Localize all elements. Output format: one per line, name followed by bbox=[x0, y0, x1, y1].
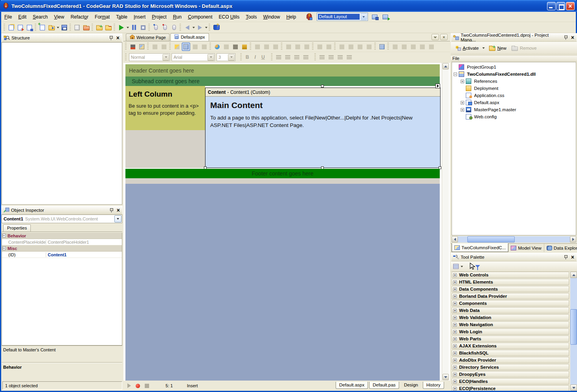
open-file-icon[interactable] bbox=[16, 23, 25, 32]
tree-item-default-aspx[interactable]: +Default.aspx bbox=[452, 99, 576, 106]
expand-icon[interactable]: + bbox=[453, 344, 457, 348]
menu-item-help[interactable]: Help bbox=[283, 13, 299, 21]
menu-item-run[interactable]: Run bbox=[170, 13, 185, 21]
close-button[interactable] bbox=[566, 2, 575, 10]
collapse-icon[interactable]: − bbox=[454, 73, 457, 76]
property-group-row[interactable]: −Misc bbox=[2, 245, 122, 252]
remove-button[interactable]: Remove bbox=[510, 44, 538, 52]
record-icon[interactable] bbox=[136, 384, 140, 388]
scrollbar-thumb[interactable] bbox=[467, 236, 515, 243]
close-panel-icon[interactable]: × bbox=[116, 36, 120, 40]
tree-item-deployment[interactable]: Deployment bbox=[452, 85, 576, 92]
align-center-icon[interactable] bbox=[284, 53, 292, 62]
trace-into-icon[interactable] bbox=[151, 23, 161, 32]
combo-dropdown-icon[interactable] bbox=[114, 215, 121, 222]
design-tool-icon-6-1[interactable] bbox=[325, 43, 333, 51]
open-project-dropdown-icon[interactable] bbox=[56, 23, 60, 32]
menu-item-search[interactable]: Search bbox=[30, 13, 51, 21]
smart-tag-arrow[interactable] bbox=[435, 84, 440, 88]
palette-category-adodbx-provider[interactable]: +AdoDbx Provider bbox=[452, 357, 569, 363]
forward-icon[interactable] bbox=[195, 23, 204, 32]
combo-dropdown-icon[interactable] bbox=[360, 13, 367, 20]
collapse-icon[interactable]: − bbox=[2, 246, 6, 250]
font-size-select[interactable]: 3 bbox=[217, 53, 235, 61]
activate-dropdown-icon[interactable] bbox=[482, 44, 486, 52]
expand-icon[interactable]: + bbox=[453, 287, 457, 291]
menu-item-view[interactable]: View bbox=[51, 13, 67, 21]
close-editor-tab-button[interactable]: × bbox=[440, 34, 448, 40]
menu-item-component[interactable]: Component bbox=[185, 13, 215, 21]
scroll-left-icon[interactable] bbox=[452, 236, 458, 243]
design-tool-icon-3-0[interactable] bbox=[213, 43, 221, 51]
design-tool-icon-6-0[interactable] bbox=[316, 43, 324, 51]
add-to-project-icon[interactable] bbox=[95, 23, 104, 32]
back-icon[interactable] bbox=[183, 23, 192, 32]
expand-icon[interactable]: + bbox=[453, 302, 457, 305]
save-all-icon[interactable] bbox=[60, 23, 69, 32]
design-tool-icon-2-3[interactable] bbox=[200, 43, 208, 51]
menu-item-file[interactable]: File bbox=[1, 13, 15, 21]
expand-icon[interactable]: + bbox=[453, 280, 457, 284]
palette-category-data-components[interactable]: +Data Components bbox=[452, 286, 569, 292]
scroll-down-icon[interactable] bbox=[570, 385, 577, 391]
palette-category-droopyeyes[interactable]: +DroopyEyes bbox=[452, 371, 569, 377]
step-over-icon[interactable] bbox=[161, 23, 170, 32]
align-left-icon[interactable] bbox=[274, 53, 283, 62]
page-body-area[interactable] bbox=[125, 184, 440, 381]
page-footer-band[interactable]: Footer content goes here bbox=[125, 169, 440, 178]
expand-icon[interactable]: + bbox=[453, 330, 457, 334]
close-panel-icon[interactable]: × bbox=[570, 255, 575, 259]
style-select[interactable]: Normal bbox=[129, 53, 170, 61]
expand-icon[interactable]: + bbox=[453, 337, 457, 341]
expand-icon[interactable]: + bbox=[453, 316, 457, 319]
design-tool-icon-9-1[interactable] bbox=[400, 43, 408, 51]
palette-view-button[interactable] bbox=[453, 262, 463, 271]
scroll-up-icon[interactable] bbox=[443, 63, 449, 69]
palette-category-eco-persistence[interactable]: +ECO|Persistence bbox=[452, 385, 569, 391]
property-group-row[interactable]: −Behavior bbox=[2, 233, 122, 239]
palette-category-web-controls[interactable]: +Web Controls bbox=[452, 272, 569, 278]
palette-category-directory-services[interactable]: +Directory Services bbox=[452, 364, 569, 370]
design-tool-icon-7-0[interactable] bbox=[338, 43, 346, 51]
expand-icon[interactable]: + bbox=[461, 101, 464, 105]
design-tool-icon-5-0[interactable] bbox=[284, 43, 293, 51]
program-reset-icon[interactable] bbox=[138, 23, 148, 32]
design-tool-icon-4-0[interactable] bbox=[253, 43, 261, 51]
file-column-header[interactable]: File bbox=[451, 55, 577, 62]
maximize-button[interactable] bbox=[556, 2, 565, 10]
indent-icon[interactable] bbox=[345, 53, 353, 62]
menu-item-insert[interactable]: Insert bbox=[131, 13, 149, 21]
minimize-button[interactable] bbox=[547, 2, 556, 10]
scroll-right-icon[interactable] bbox=[570, 236, 576, 243]
pin-icon[interactable] bbox=[564, 255, 568, 259]
palette-category-blackfishsql[interactable]: +BlackfishSQL bbox=[452, 350, 569, 356]
bold-icon[interactable]: B bbox=[243, 54, 251, 60]
play-icon[interactable] bbox=[127, 383, 131, 388]
close-file-icon[interactable] bbox=[73, 23, 82, 32]
pin-icon[interactable] bbox=[109, 36, 113, 40]
view-tab-default-aspx[interactable]: Default.aspx bbox=[336, 382, 368, 389]
menu-item-tools[interactable]: Tools bbox=[243, 13, 260, 21]
tree-item-twocolumnsfixedcentered1-dll[interactable]: −TwoColumnsFixedCentered1.dll bbox=[452, 71, 576, 78]
object-selector-combo[interactable]: Content1 System.Web.UI.WebControls.Conte… bbox=[2, 215, 122, 223]
italic-icon[interactable]: I bbox=[251, 54, 259, 60]
property-row[interactable]: (ID)Content1 bbox=[2, 252, 122, 258]
project-tree-hscrollbar[interactable] bbox=[452, 236, 576, 243]
design-tool-icon-7-3[interactable] bbox=[365, 43, 373, 51]
scroll-up-icon[interactable] bbox=[570, 272, 577, 278]
design-tool-icon-9-2[interactable] bbox=[409, 43, 417, 51]
property-row[interactable]: ContentPlaceHolderContentPlaceHolder1 bbox=[2, 239, 122, 245]
view-tab-default-pas[interactable]: Default.pas bbox=[369, 382, 399, 389]
expand-icon[interactable]: + bbox=[453, 323, 457, 327]
run-icon[interactable] bbox=[117, 23, 126, 32]
design-tool-icon-7-2[interactable] bbox=[356, 43, 364, 51]
content-control[interactable]: Content - Content1 (Custom) Main Content… bbox=[205, 88, 441, 168]
expand-icon[interactable]: + bbox=[453, 373, 457, 376]
scrollbar-thumb[interactable] bbox=[570, 309, 577, 345]
close-panel-icon[interactable]: × bbox=[570, 35, 575, 39]
set-debug-desktop-icon[interactable] bbox=[381, 12, 390, 21]
tree-item-application-css[interactable]: Application.css bbox=[452, 92, 576, 99]
design-tool-icon-3-2[interactable] bbox=[231, 43, 239, 51]
dock-tab-twocolumnsfixedc-[interactable]: TwoColumnsFixedC... bbox=[452, 243, 508, 252]
design-tool-icon-5-2[interactable] bbox=[303, 43, 311, 51]
